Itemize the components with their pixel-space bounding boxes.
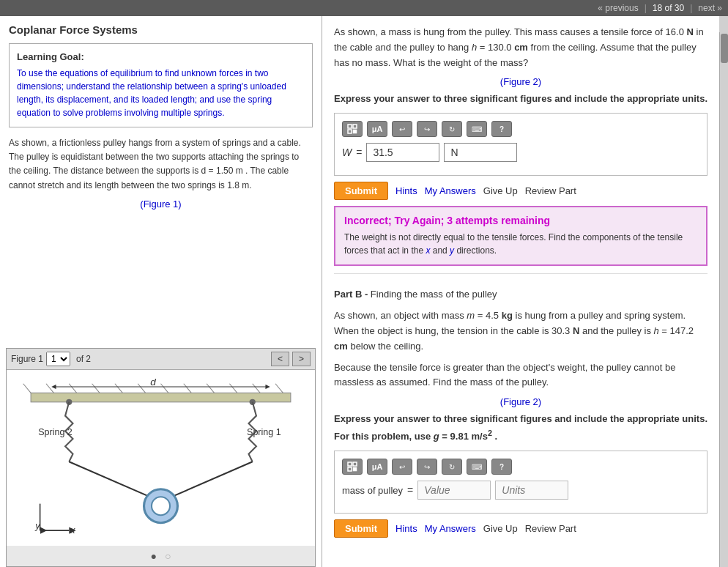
top-nav: « previous | 18 of 30 | next » — [0, 0, 728, 16]
figure-next-btn[interactable]: > — [292, 352, 311, 366]
svg-line-2 — [46, 384, 53, 393]
dot-1[interactable]: ● — [151, 550, 157, 562]
incorrect-body: The weight is not directly equal to the … — [344, 231, 697, 257]
undo-icon-b[interactable]: ↩ — [392, 459, 412, 475]
toolbar-row-a: μA ↩ ↪ ↻ ⌨ ? — [342, 121, 699, 137]
nav-pagination: 18 of 30 — [653, 3, 684, 13]
redo-icon-b[interactable]: ↪ — [417, 459, 437, 475]
grid-icon-a[interactable] — [342, 121, 363, 137]
svg-rect-30 — [353, 130, 357, 133]
redo-icon-a[interactable]: ↪ — [417, 121, 437, 137]
value-input-b[interactable] — [417, 481, 491, 500]
part-b-note: Because the tensile force is greater tha… — [334, 360, 707, 391]
hints-link-b[interactable]: Hints — [395, 523, 417, 534]
figure-svg: d Spring — [7, 370, 315, 546]
svg-line-17 — [69, 462, 157, 500]
svg-rect-32 — [353, 462, 357, 466]
value-input-a[interactable] — [366, 143, 439, 162]
submit-btn-b[interactable]: Submit — [334, 519, 388, 538]
problem-statement-a: As shown, a mass is hung from the pulley… — [334, 25, 707, 70]
svg-text:x: x — [70, 525, 75, 536]
svg-line-6 — [138, 384, 145, 393]
keyboard-icon-b[interactable]: ⌨ — [467, 459, 487, 475]
divider — [334, 273, 707, 274]
mu-icon-b[interactable]: μA — [367, 459, 387, 475]
svg-line-11 — [253, 384, 260, 393]
express-a: Express your answer to three significant… — [334, 92, 707, 107]
svg-line-5 — [115, 384, 122, 393]
help-icon-b[interactable]: ? — [491, 459, 512, 475]
scrollbar[interactable] — [719, 32, 728, 567]
incorrect-box: Incorrect; Try Again; 3 attempts remaini… — [334, 206, 707, 266]
left-content: Coplanar Force Systems Learning Goal: To… — [0, 16, 322, 348]
problem-text: As shown, a frictionless pulley hangs fr… — [9, 136, 313, 193]
svg-text:Spring 2: Spring 2 — [38, 427, 73, 437]
svg-rect-29 — [348, 130, 352, 133]
svg-rect-28 — [353, 125, 357, 128]
svg-rect-33 — [348, 467, 352, 471]
submit-btn-a[interactable]: Submit — [334, 182, 388, 200]
svg-line-1 — [23, 384, 31, 393]
main-container: Coplanar Force Systems Learning Goal: To… — [0, 16, 728, 567]
answer-row-a: W = — [342, 143, 699, 162]
undo-icon-a[interactable]: ↩ — [392, 121, 412, 137]
svg-rect-34 — [353, 467, 357, 471]
right-panel[interactable]: As shown, a mass is hung from the pulley… — [322, 16, 719, 567]
svg-rect-31 — [348, 462, 352, 466]
svg-text:y: y — [34, 521, 40, 531]
units-input-b[interactable] — [495, 481, 568, 500]
svg-point-20 — [152, 497, 170, 515]
review-a: Review Part — [525, 185, 576, 196]
incorrect-title: Incorrect; Try Again; 3 attempts remaini… — [344, 215, 697, 226]
refresh-icon-a[interactable]: ↻ — [442, 121, 462, 137]
mu-icon-a[interactable]: μA — [367, 121, 387, 137]
mass-label: mass of pulley — [342, 485, 403, 496]
figure-link-2a[interactable]: (Figure 2) — [334, 76, 707, 87]
svg-text:Spring 1: Spring 1 — [247, 427, 281, 437]
units-input-a[interactable] — [444, 143, 517, 162]
nav-next[interactable]: next » — [698, 3, 722, 13]
part-b-text: As shown, an object with mass m = 4.5 kg… — [334, 308, 707, 354]
svg-line-12 — [275, 384, 283, 393]
help-icon-a[interactable]: ? — [491, 121, 512, 137]
nav-sep: | — [645, 3, 647, 13]
answer-box-a: μA ↩ ↪ ↻ ⌨ ? W = — [334, 113, 707, 176]
give-up-b: Give Up — [483, 523, 518, 534]
section-title: Coplanar Force Systems — [9, 23, 313, 36]
refresh-icon-b[interactable]: ↻ — [442, 459, 462, 475]
learning-goal-text: To use the equations of equilibrium to f… — [17, 67, 305, 119]
learning-goal-box: Learning Goal: To use the equations of e… — [9, 43, 313, 127]
svg-text:d: d — [150, 377, 156, 388]
figure-area: d Spring — [7, 370, 315, 546]
svg-line-7 — [161, 384, 168, 393]
svg-line-8 — [184, 384, 191, 393]
toolbar-row-b: μA ↩ ↪ ↻ ⌨ ? — [342, 459, 699, 475]
grid-icon-b[interactable] — [342, 459, 363, 475]
hints-link-a[interactable]: Hints — [395, 185, 417, 196]
learning-goal-label: Learning Goal: — [17, 51, 305, 62]
svg-line-10 — [229, 384, 237, 393]
figure-dots: ● ○ — [7, 546, 315, 566]
scroll-thumb[interactable] — [721, 34, 728, 63]
figure-link-2b[interactable]: (Figure 2) — [334, 396, 707, 407]
figure-select[interactable]: 1 2 — [46, 352, 70, 366]
part-b-label: Part B - Finding the mass of the pulley — [334, 289, 497, 300]
svg-line-9 — [207, 384, 214, 393]
figure-prev-btn[interactable]: < — [271, 352, 289, 366]
express-b: Express your answer to three significant… — [334, 412, 707, 445]
dot-2[interactable]: ○ — [165, 550, 171, 562]
my-answers-link-b[interactable]: My Answers — [425, 523, 476, 534]
svg-line-18 — [165, 462, 253, 500]
keyboard-icon-a[interactable]: ⌨ — [467, 121, 487, 137]
equals-b: = — [407, 484, 413, 496]
nav-sep2: | — [690, 3, 692, 13]
review-b: Review Part — [525, 523, 576, 534]
figure-link-1[interactable]: (Figure 1) — [9, 199, 313, 210]
answer-box-b: μA ↩ ↪ ↻ ⌨ ? mass of pulley = — [334, 451, 707, 514]
figure-toolbar: Figure 1 1 2 of 2 < > — [7, 349, 315, 370]
figure-label: Figure 1 — [11, 354, 43, 364]
nav-previous[interactable]: « previous — [598, 3, 638, 13]
svg-line-4 — [92, 384, 100, 393]
var-label-a: W — [342, 147, 352, 158]
my-answers-link-a[interactable]: My Answers — [425, 185, 476, 196]
